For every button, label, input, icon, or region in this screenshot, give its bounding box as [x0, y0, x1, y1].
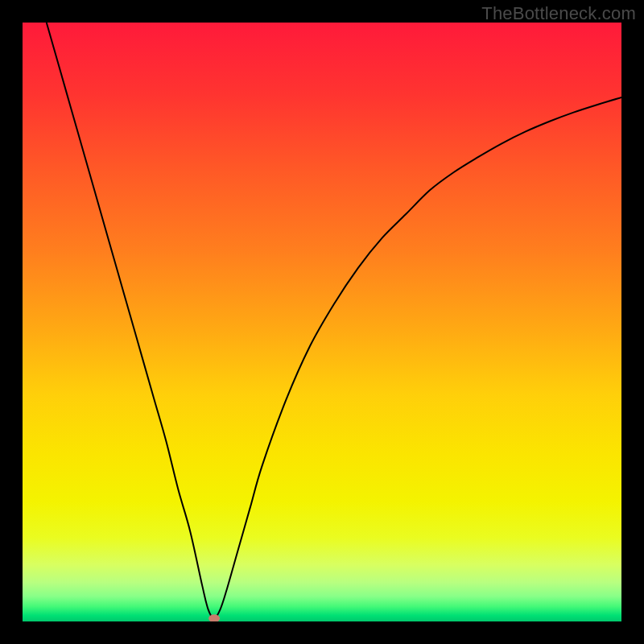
gradient-background [23, 23, 621, 621]
watermark-text: TheBottleneck.com [481, 3, 636, 24]
bottleneck-chart [23, 23, 621, 621]
chart-frame [23, 23, 621, 621]
